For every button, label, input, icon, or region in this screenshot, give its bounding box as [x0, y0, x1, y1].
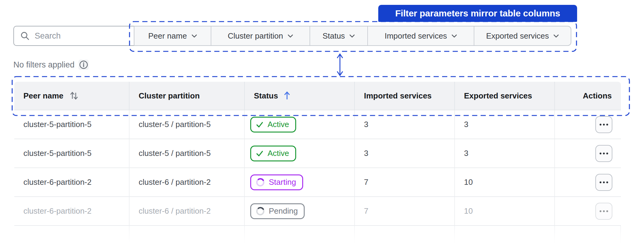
search-placeholder: Search — [35, 31, 61, 41]
chevron-down-icon — [349, 34, 355, 38]
cell-cluster-partition: cluster-5 / partition-5 — [130, 110, 245, 139]
column-header-imported-services[interactable]: Imported services — [355, 82, 455, 110]
status-badge: Pending — [250, 203, 305, 219]
table-body: cluster-5-partition-5 cluster-5 / partit… — [14, 110, 621, 226]
table-row: cluster-6-partition-2 cluster-6 / partit… — [14, 168, 621, 197]
double-headed-arrow-icon — [334, 52, 345, 77]
spinner-icon — [255, 177, 265, 187]
chevron-down-icon — [288, 34, 293, 38]
table-row: cluster-5-partition-5 cluster-5 / partit… — [14, 139, 621, 168]
cell-actions — [555, 110, 621, 139]
table-row-partial — [14, 226, 621, 246]
chevron-down-icon — [452, 34, 457, 38]
row-actions-button[interactable] — [595, 174, 612, 191]
column-header-peer-name[interactable]: Peer name — [14, 82, 130, 110]
cell-actions — [555, 197, 621, 225]
cell-peer-name: cluster-5-partition-5 — [14, 139, 130, 167]
filter-dropdown-exported-services[interactable]: Exported services — [474, 26, 571, 45]
check-icon — [255, 120, 264, 129]
cell-imported-services: 7 — [355, 197, 455, 225]
check-icon — [255, 149, 264, 158]
peers-table: Peer name Cluster partition Status — [14, 82, 621, 246]
ellipsis-icon — [600, 210, 601, 212]
table-row: cluster-6-partition-2 cluster-6 / partit… — [14, 197, 621, 226]
cell-cluster-partition: cluster-5 / partition-5 — [130, 139, 245, 167]
cell-imported-services: 3 — [355, 110, 455, 139]
table-row: cluster-5-partition-5 cluster-5 / partit… — [14, 110, 621, 139]
column-header-exported-services[interactable]: Exported services — [455, 82, 555, 110]
cell-status: Pending — [245, 197, 355, 225]
chevron-down-icon — [553, 34, 559, 38]
filter-dropdown-status[interactable]: Status — [310, 26, 368, 45]
table-header-row: Peer name Cluster partition Status — [14, 82, 621, 110]
filter-dropdown-peer-name[interactable]: Peer name — [134, 26, 211, 45]
sort-both-icon[interactable] — [69, 91, 79, 101]
sort-ascending-icon[interactable] — [283, 91, 291, 101]
magnifier-icon — [20, 31, 30, 41]
status-badge: Active — [250, 117, 296, 133]
cell-actions — [555, 139, 621, 167]
search-input[interactable]: Search — [13, 26, 134, 46]
peers-table-annotated-screenshot: Filter parameters mirror table columns S… — [0, 0, 644, 248]
cell-exported-services: 3 — [455, 139, 555, 167]
filter-dropdown-cluster-partition[interactable]: Cluster partition — [211, 26, 310, 45]
chevron-down-icon — [192, 34, 197, 38]
cell-actions — [555, 168, 621, 196]
ellipsis-icon — [600, 181, 601, 183]
cell-peer-name: cluster-6-partition-2 — [14, 197, 130, 225]
filter-dropdown-imported-services[interactable]: Imported services — [368, 26, 474, 45]
row-actions-button[interactable] — [595, 145, 612, 162]
cell-peer-name: cluster-6-partition-2 — [14, 168, 130, 196]
cell-peer-name: cluster-5-partition-5 — [14, 110, 130, 139]
column-header-cluster-partition[interactable]: Cluster partition — [130, 82, 245, 110]
callout-banner: Filter parameters mirror table columns — [378, 5, 577, 22]
info-circle-icon[interactable] — [78, 60, 89, 70]
column-header-actions: Actions — [555, 82, 621, 110]
cell-imported-services: 3 — [355, 139, 455, 167]
cell-status: Active — [245, 139, 355, 167]
cell-status: Active — [245, 110, 355, 139]
spinner-icon — [255, 206, 265, 216]
cell-cluster-partition: cluster-6 / partition-2 — [130, 197, 245, 225]
status-badge: Starting — [250, 174, 303, 190]
status-badge: Active — [250, 146, 296, 161]
filter-dropdown-group: Peer nameCluster partitionStatusImported… — [134, 26, 571, 46]
cell-imported-services: 7 — [355, 168, 455, 196]
ellipsis-icon — [600, 124, 601, 126]
cell-status: Starting — [245, 168, 355, 196]
cell-cluster-partition: cluster-6 / partition-2 — [130, 168, 245, 196]
column-header-status[interactable]: Status — [245, 82, 355, 110]
cell-exported-services: 3 — [455, 110, 555, 139]
cell-exported-services: 10 — [455, 197, 555, 225]
row-actions-button[interactable] — [595, 203, 612, 220]
filters-status-text: No filters applied — [13, 60, 74, 70]
filters-status: No filters applied — [13, 60, 89, 70]
ellipsis-icon — [600, 153, 601, 154]
row-actions-button[interactable] — [595, 116, 612, 133]
cell-exported-services: 10 — [455, 168, 555, 196]
